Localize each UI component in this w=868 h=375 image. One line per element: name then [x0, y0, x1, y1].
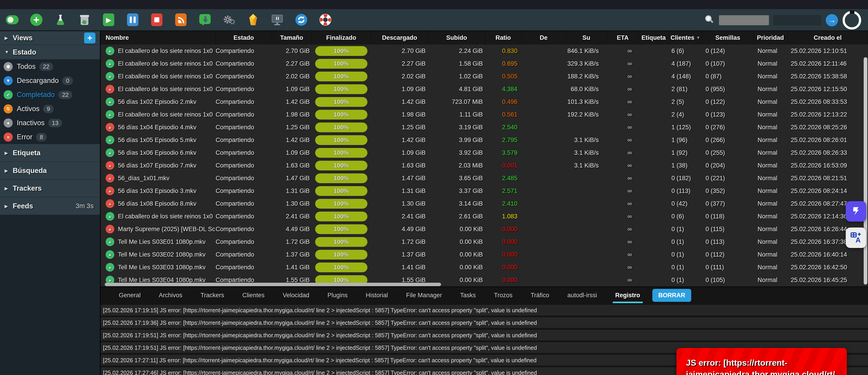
column-header-de[interactable]: De	[522, 31, 566, 44]
cell-name: ▲56 días 1x06 Episodio 6.mkv	[101, 146, 216, 159]
table-row[interactable]: ▲El caballero de los siete reinos 1x0Com…	[101, 44, 868, 57]
cell-eta: ∞	[607, 185, 639, 197]
sidebar-item-active[interactable]: ⇅Activos9	[0, 102, 100, 116]
column-header-desc[interactable]: Descargado	[371, 31, 428, 44]
column-header-fin[interactable]: Finalizado	[312, 31, 371, 44]
download-icon[interactable]	[198, 13, 211, 26]
tab-general[interactable]: General	[110, 287, 150, 303]
cell-clientes: 0 (42)	[669, 197, 702, 210]
cell-ratio: 2.795	[485, 134, 522, 146]
tab-archivos[interactable]: Archivos	[150, 287, 191, 303]
table-row[interactable]: ▲El caballero de los siete reinos 1x0Com…	[101, 108, 868, 121]
monitor-icon[interactable]	[271, 13, 284, 26]
sidebar-item-inactive[interactable]: ●Inactivos13	[0, 116, 100, 130]
sidebar-item-label: Error	[17, 133, 32, 141]
table-row[interactable]: ▲56 días 1x02 Episodio 2.mkvCompartiendo…	[101, 95, 868, 108]
sidebar: ▶ Views + ▼ Estado ✱Todos22▼Descargando0…	[0, 31, 100, 375]
trash-icon[interactable]	[78, 13, 91, 26]
estado-list: ✱Todos22▼Descargando0✓Completado22⇅Activ…	[0, 60, 100, 144]
column-header-cre[interactable]: Creado el	[787, 31, 868, 44]
tab-historial[interactable]: Historial	[357, 287, 397, 303]
sidebar-group-etiqueta[interactable]: ▶Etiqueta	[0, 144, 100, 162]
column-header-pri[interactable]: Prioridad	[753, 31, 787, 44]
cell-etiqueta	[639, 95, 669, 108]
table-row[interactable]: ▲El caballero de los siete reinos 1x0Com…	[101, 57, 868, 70]
pause-icon[interactable]	[126, 13, 139, 26]
sidebar-group-estado[interactable]: ▼ Estado	[0, 45, 100, 60]
table-row[interactable]: ▲56 días 1x05 Episodio 5.mkvCompartiendo…	[101, 134, 868, 146]
chevron-down-icon: ▼	[4, 50, 13, 55]
torrent-name: Marty Supreme (2025) [WEB-DL Sc	[118, 226, 215, 233]
table-row[interactable]: ▲Tell Me Lies S03E01 1080p.mkvCompartien…	[101, 236, 868, 248]
cell-semillas: 0 (221)	[702, 172, 753, 185]
clear-log-button[interactable]: BORRAR	[652, 289, 691, 302]
search-input[interactable]	[719, 15, 769, 25]
column-header-tamano[interactable]: Tamaño	[272, 31, 312, 44]
tab-trozos[interactable]: Trozos	[485, 287, 522, 303]
table-row[interactable]: ▲El caballero de los siete reinos 1x0Com…	[101, 83, 868, 95]
add-icon[interactable]: +	[30, 13, 43, 26]
refresh-icon[interactable]	[295, 13, 308, 26]
tab-tráfico[interactable]: Tráfico	[522, 287, 558, 303]
js-error-toast[interactable]: JS error: [https://rtorrent-jaimepicapie…	[677, 348, 847, 375]
progress-bar: 100%	[315, 59, 367, 69]
column-header-estado[interactable]: Estado	[216, 31, 272, 44]
toggle-icon[interactable]	[6, 13, 19, 26]
column-header-cli[interactable]: Clientes▼	[669, 31, 702, 44]
search-go-button[interactable]: →	[826, 14, 838, 26]
add-view-button[interactable]: +	[84, 32, 95, 43]
tab-plugins[interactable]: Plugins	[318, 287, 357, 303]
table-row[interactable]: ▲56 días 1x04 Episodio 4.mkvCompartiendo…	[101, 121, 868, 134]
tab-tasks[interactable]: Tasks	[451, 287, 485, 303]
sidebar-group-feeds[interactable]: ▶Feeds3m 3s	[0, 197, 100, 215]
sidebar-group-trackers[interactable]: ▶Trackers	[0, 180, 100, 197]
column-header-ratio[interactable]: Ratio	[485, 31, 522, 44]
table-row[interactable]: ▲El caballero de los siete reinos 1x0Com…	[101, 210, 868, 223]
gears-icon[interactable]	[223, 13, 236, 26]
cell-semillas: 0 (123)	[702, 108, 753, 121]
table-row[interactable]: ▲Tell Me Lies S03E02 1080p.mkvCompartien…	[101, 248, 868, 261]
tab-clientes[interactable]: Clientes	[234, 287, 274, 303]
table-row[interactable]: ▲56_días_1x01.mkvCompartiendo1.47 GiB100…	[101, 172, 868, 185]
extension-ribbon-button[interactable]	[846, 201, 866, 222]
cell-etiqueta	[639, 210, 669, 223]
torrent-name: El caballero de los siete reinos 1x0	[118, 60, 213, 67]
table-row[interactable]: ▲56 días 1x08 Episodio 8.mkvCompartiendo…	[101, 197, 868, 210]
rss-icon[interactable]	[175, 13, 187, 26]
cell-etiqueta	[639, 57, 669, 70]
column-header-sem[interactable]: Semillas	[702, 31, 753, 44]
sidebar-item-error[interactable]: ×Error8	[0, 130, 100, 144]
translate-button[interactable]: A	[846, 227, 866, 248]
sidebar-item-downloading[interactable]: ▼Descargando0	[0, 74, 100, 88]
sidebar-item-all[interactable]: ✱Todos22	[0, 60, 100, 74]
cell-finalizado: 100%	[312, 44, 371, 57]
sidebar-item-completed[interactable]: ✓Completado22	[0, 88, 100, 102]
tab-file-manager[interactable]: File Manager	[397, 287, 451, 303]
horizontal-scrollbar[interactable]	[105, 283, 441, 286]
table-row[interactable]: ▲Tell Me Lies S03E03 1080p.mkvCompartien…	[101, 261, 868, 274]
tab-trackers[interactable]: Trackers	[191, 287, 234, 303]
table-row[interactable]: ▲Marty Supreme (2025) [WEB-DL ScComparti…	[101, 223, 868, 236]
column-header-eta[interactable]: ETA	[607, 31, 639, 44]
sidebar-group-búsqueda[interactable]: ▶Búsqueda	[0, 162, 100, 180]
lab-icon[interactable]	[54, 13, 67, 26]
table-row[interactable]: ▲56 días 1x06 Episodio 6.mkvCompartiendo…	[101, 146, 868, 159]
tab-autodl-irssi[interactable]: autodl-irssi	[558, 287, 606, 303]
start-icon[interactable]: ▶	[102, 13, 115, 26]
table-row[interactable]: ▲56 días 1x07 Episodio 7.mkvCompartiendo…	[101, 159, 868, 172]
filter-input[interactable]	[773, 15, 821, 25]
vertical-scrollbar[interactable]	[864, 57, 867, 285]
gem-icon[interactable]	[247, 13, 259, 26]
cell-subido: 1.58 GiB	[428, 57, 485, 70]
tab-velocidad[interactable]: Velocidad	[274, 287, 318, 303]
table-row[interactable]: ▲56 días 1x03 Episodio 3.mkvCompartiendo…	[101, 185, 868, 197]
table-row[interactable]: ▲El caballero de los siete reinos 1x0Com…	[101, 70, 868, 83]
column-header-sub[interactable]: Subido	[428, 31, 485, 44]
stop-icon[interactable]	[150, 13, 163, 26]
column-header-etiq[interactable]: Etiqueta	[639, 31, 669, 44]
lifebuoy-icon[interactable]	[319, 13, 332, 26]
column-header-name[interactable]: Nombre	[101, 31, 216, 44]
sidebar-group-views[interactable]: ▶ Views +	[0, 31, 100, 45]
column-header-su[interactable]: Su	[566, 31, 607, 44]
tab-registro[interactable]: Registro	[606, 287, 649, 303]
